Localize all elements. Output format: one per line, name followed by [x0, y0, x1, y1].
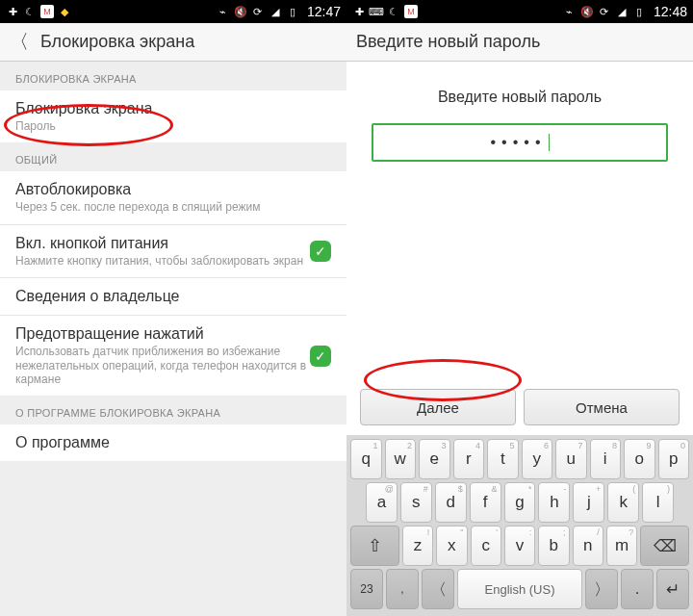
- key-y[interactable]: y6: [522, 439, 553, 479]
- key-i[interactable]: i8: [590, 439, 622, 479]
- enter-password-screen: ✚ ⌨ ☾ M ⌁ 🔇 ⟳ ◢ ▯ 12:48 Введите новый па…: [346, 0, 693, 616]
- back-icon[interactable]: 〈: [10, 29, 29, 55]
- key-n[interactable]: n/: [573, 526, 603, 566]
- text-cursor: [549, 134, 550, 151]
- key-o[interactable]: o9: [624, 439, 655, 479]
- key-q[interactable]: q1: [350, 439, 382, 479]
- key-h[interactable]: h-: [538, 482, 570, 523]
- key-m[interactable]: m?: [606, 526, 637, 566]
- key-r[interactable]: r4: [453, 439, 485, 479]
- settings-lock-screen: ✚ ☾ M ◆ ⌁ 🔇 ⟳ ◢ ▯ 12:47 〈 Блокировка экр…: [0, 0, 346, 616]
- status-clock: 12:47: [307, 4, 341, 19]
- next-button[interactable]: Далее: [360, 389, 516, 425]
- key-x[interactable]: x": [436, 526, 467, 566]
- battery-icon: ▯: [286, 5, 299, 18]
- wifi-icon: ◢: [615, 5, 629, 18]
- status-bar: ✚ ☾ M ◆ ⌁ 🔇 ⟳ ◢ ▯ 12:47: [0, 0, 346, 23]
- space-key[interactable]: English (US): [457, 569, 582, 609]
- key-alt-label: ): [667, 484, 670, 494]
- key-k[interactable]: k(: [607, 482, 639, 523]
- section-lock: БЛОКИРОВКА ЭКРАНА: [0, 62, 346, 90]
- right-arrow-key[interactable]: 〉: [585, 569, 618, 609]
- key-v[interactable]: v:: [504, 526, 535, 566]
- key-alt-label: 3: [441, 441, 446, 450]
- key-w[interactable]: w2: [385, 439, 417, 479]
- bluetooth-icon: ⌁: [563, 5, 577, 18]
- key-alt-label: @: [385, 484, 394, 494]
- key-alt-label: /: [597, 527, 600, 537]
- item-lock-title: Блокировка экрана: [15, 100, 331, 117]
- sync-icon: ⟳: [251, 5, 265, 18]
- key-b[interactable]: b;: [538, 526, 569, 566]
- key-alt-label: 6: [544, 441, 549, 450]
- key-f[interactable]: f&: [470, 482, 501, 523]
- status-bar: ✚ ⌨ ☾ M ⌁ 🔇 ⟳ ◢ ▯ 12:48: [346, 0, 693, 23]
- period-key[interactable]: .: [621, 569, 654, 609]
- key-alt-label: 2: [407, 441, 412, 450]
- key-alt-label: 7: [578, 441, 582, 450]
- key-alt-label: 0: [680, 441, 685, 450]
- section-general: ОБЩИЙ: [0, 142, 346, 171]
- password-dots: •••••: [490, 134, 546, 151]
- shift-key[interactable]: ⇧: [350, 526, 399, 566]
- plus-icon: ✚: [6, 5, 19, 18]
- shift-icon: ⇧: [368, 535, 382, 556]
- header-title: Введите новый пароль: [356, 32, 540, 52]
- key-alt-label: ;: [563, 527, 566, 537]
- cancel-button[interactable]: Отмена: [524, 389, 680, 425]
- item-lock-screen[interactable]: Блокировка экрана Пароль: [0, 90, 346, 142]
- key-alt-label: 1: [372, 441, 377, 450]
- keyboard: q1w2e3r4t5y6u7i8o9p0 a@s#d$f&g*h-j+k(l) …: [346, 435, 693, 616]
- key-z[interactable]: z!: [402, 526, 433, 566]
- item-owner-info[interactable]: Сведения о владельце: [0, 278, 346, 316]
- lang-key[interactable]: ,: [386, 569, 419, 609]
- bluetooth-icon: ⌁: [217, 5, 230, 18]
- moon-icon: ☾: [23, 5, 37, 18]
- key-c[interactable]: c': [471, 526, 501, 566]
- key-alt-label: :: [529, 527, 532, 537]
- left-arrow-key[interactable]: 〈: [422, 569, 454, 609]
- key-u[interactable]: u7: [555, 439, 587, 479]
- password-input[interactable]: •••••: [372, 123, 668, 162]
- key-alt-label: -: [563, 484, 566, 494]
- key-alt-label: ": [460, 527, 463, 537]
- key-g[interactable]: g*: [504, 482, 536, 523]
- sync-icon: ⟳: [598, 5, 611, 18]
- key-j[interactable]: j+: [573, 482, 604, 523]
- key-alt-label: 8: [612, 441, 617, 450]
- key-alt-label: $: [458, 484, 463, 494]
- keyboard-icon: ⌨: [370, 5, 383, 18]
- key-alt-label: 9: [646, 441, 651, 450]
- prompt-text: Введите новый пароль: [346, 89, 693, 106]
- symbols-key[interactable]: 23: [350, 569, 383, 609]
- item-lock-sub: Пароль: [15, 119, 331, 133]
- key-alt-label: (: [632, 484, 635, 494]
- key-a[interactable]: a@: [366, 482, 398, 523]
- enter-key[interactable]: ↵: [656, 569, 689, 609]
- item-prevent-touch[interactable]: Предотвращение нажатий Использовать датч…: [0, 316, 346, 396]
- backspace-icon: ⌫: [654, 536, 677, 556]
- item-power-lock[interactable]: Вкл. кнопкой питания Нажмите кнопку пита…: [0, 225, 346, 278]
- key-alt-label: 5: [509, 441, 514, 450]
- backspace-key[interactable]: ⌫: [640, 526, 689, 566]
- screen-header: 〈 Блокировка экрана: [0, 23, 346, 62]
- key-alt-label: #: [424, 484, 428, 494]
- key-t[interactable]: t5: [487, 439, 519, 479]
- plus-icon: ✚: [352, 5, 366, 18]
- key-alt-label: ?: [629, 527, 633, 537]
- key-s[interactable]: s#: [400, 482, 432, 523]
- key-alt-label: +: [596, 484, 601, 494]
- key-e[interactable]: e3: [419, 439, 450, 479]
- check-icon[interactable]: ✓: [310, 241, 331, 262]
- item-autolock[interactable]: Автоблокировка Через 5 сек. после перехо…: [0, 171, 346, 224]
- key-p[interactable]: p0: [658, 439, 690, 479]
- mute-icon: 🔇: [580, 5, 594, 18]
- key-alt-label: &: [492, 484, 498, 494]
- key-l[interactable]: l): [642, 482, 674, 523]
- app-icon: ◆: [58, 5, 71, 18]
- battery-icon: ▯: [632, 5, 646, 18]
- check-icon[interactable]: ✓: [310, 346, 331, 367]
- key-d[interactable]: d$: [435, 482, 467, 523]
- item-about[interactable]: О программе: [0, 424, 346, 461]
- key-alt-label: ': [496, 527, 498, 537]
